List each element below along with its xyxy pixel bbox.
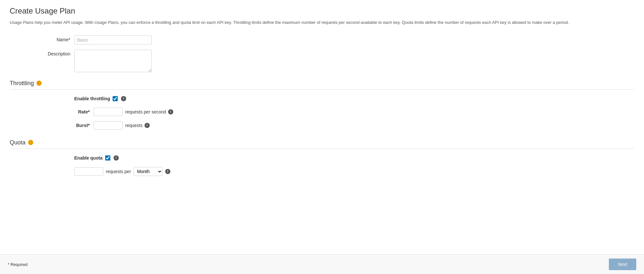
throttling-divider — [10, 89, 634, 90]
enable-throttling-row: Enable throttling i — [10, 96, 634, 101]
rate-field-row: Rate* requests per second i — [10, 108, 634, 116]
burst-input[interactable] — [94, 121, 123, 130]
burst-field-row: Burst* requests i — [10, 121, 634, 130]
enable-throttling-checkbox[interactable] — [113, 96, 118, 101]
page-description: Usage Plans help you meter API usage. Wi… — [10, 19, 590, 26]
throttling-section-header: Throttling — [10, 80, 634, 89]
description-label: Description — [10, 50, 74, 56]
enable-quota-label: Enable quota — [74, 155, 103, 161]
page-title: Create Usage Plan — [10, 6, 634, 15]
description-field-row: Description — [10, 50, 634, 72]
quota-divider — [10, 149, 634, 149]
quota-info-icon[interactable]: i — [114, 155, 119, 161]
enable-quota-row: Enable quota i — [10, 155, 634, 161]
throttling-title: Throttling — [10, 80, 34, 87]
name-field-row: Name* — [10, 35, 634, 44]
next-button[interactable]: Next — [609, 259, 636, 270]
name-label: Name* — [10, 35, 74, 42]
quota-requests-row: requests per Day Week Month i — [10, 167, 634, 176]
throttling-orange-dot — [36, 81, 42, 86]
throttling-info-icon[interactable]: i — [121, 96, 126, 101]
burst-info-icon[interactable]: i — [145, 123, 150, 128]
quota-section-header: Quota — [10, 139, 634, 149]
enable-quota-checkbox[interactable] — [105, 155, 110, 161]
period-select[interactable]: Day Week Month — [134, 167, 163, 176]
burst-label: Burst* — [74, 123, 94, 128]
required-note: * Required — [8, 262, 27, 267]
rate-label: Rate* — [74, 109, 94, 114]
burst-suffix: requests — [125, 123, 143, 128]
quota-title: Quota — [10, 139, 25, 146]
rate-input[interactable] — [94, 108, 123, 116]
rate-suffix: requests per second — [125, 109, 166, 114]
name-input[interactable] — [74, 35, 152, 44]
description-input[interactable] — [74, 50, 152, 72]
period-info-icon[interactable]: i — [165, 169, 170, 174]
enable-throttling-label: Enable throttling — [74, 96, 110, 101]
footer: * Required Next — [0, 254, 644, 274]
quota-orange-dot — [28, 140, 33, 145]
rate-info-icon[interactable]: i — [168, 109, 173, 114]
requests-per-label: requests per — [106, 169, 131, 174]
quota-input[interactable] — [74, 167, 103, 176]
